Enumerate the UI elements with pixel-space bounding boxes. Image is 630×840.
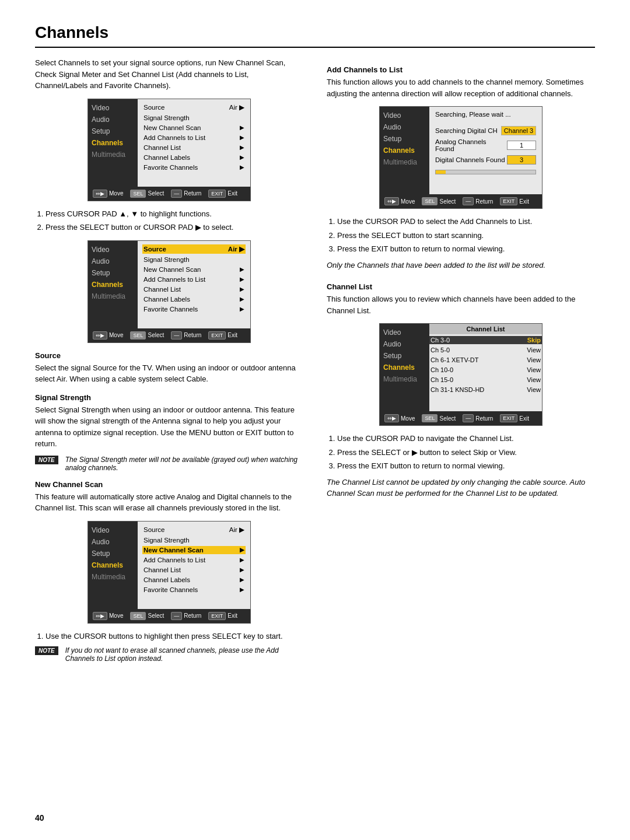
steps-intro-list: Press CURSOR PAD ▲, ▼ to highlight funct…	[46, 208, 303, 233]
add-channels-step-2: Press the SELECT button to start scannin…	[337, 230, 595, 242]
move-icon: ⇔▶	[93, 190, 107, 198]
channel-list-row: Channel List ▶	[142, 144, 246, 152]
add-channels-row-2: Add Channels to List ▶	[142, 275, 246, 284]
exit-icon-3: EXIT	[208, 612, 226, 620]
source-title: Source	[35, 351, 303, 360]
analog-found-value: 1	[507, 141, 536, 150]
menu-item-multimedia[interactable]: Multimedia	[92, 150, 134, 159]
menu-right-1: Source Air ▶ Signal Strength New Channel…	[138, 99, 250, 187]
new-channel-steps: Use the CURSOR buttons to highlight then…	[46, 631, 303, 642]
menu-item-channels-s[interactable]: Channels	[383, 146, 426, 155]
move-icon-cl: ⇔▶	[384, 414, 399, 422]
menu-item-setup-2[interactable]: Setup	[92, 269, 134, 277]
add-channels-italic: Only the Channels that have been added t…	[327, 260, 595, 271]
channel-labels-row-3: Channel Labels ▶	[142, 576, 246, 584]
return-icon-s: —	[463, 197, 474, 205]
menu-footer-2: ⇔▶ Move SEL Select — Return EXIT Exit	[88, 328, 250, 342]
searching-row: Searching, Please wait ...	[434, 110, 537, 118]
menu-item-channels-3[interactable]: Channels	[92, 561, 134, 569]
menu-item-multimedia-s[interactable]: Multimedia	[383, 158, 426, 166]
channel-row-2: Ch 6-1 XETV-DT View	[429, 356, 542, 364]
menu-item-video-3[interactable]: Video	[92, 526, 134, 534]
menu-item-audio-2[interactable]: Audio	[92, 257, 134, 265]
menu-box-3: Video Audio Setup Channels Multimedia So…	[88, 521, 251, 624]
channel-list-header: Channel List	[429, 324, 542, 334]
add-channels-title: Add Channels to List	[327, 65, 595, 74]
add-channels-text: This function allows you to add channels…	[327, 76, 595, 99]
page-number: 40	[35, 813, 44, 822]
menu-item-audio-cl[interactable]: Audio	[383, 340, 426, 348]
new-channel-scan-hl: New Channel Scan ▶	[142, 546, 246, 554]
channel-row-5: Ch 31-1 KNSD-HD View	[429, 386, 542, 394]
progress-fill	[436, 170, 446, 174]
move-icon-2: ⇔▶	[93, 331, 107, 340]
sel-icon-s: SEL	[422, 197, 438, 205]
menu-item-setup-3[interactable]: Setup	[92, 550, 134, 558]
favorite-channels-row: Favorite Channels ▶	[142, 163, 246, 172]
menu-item-channels[interactable]: Channels	[92, 139, 134, 147]
menu-item-multimedia-2[interactable]: Multimedia	[92, 292, 134, 300]
exit-icon-s: EXIT	[500, 197, 517, 205]
digital-ch-value: Channel 3	[501, 126, 536, 135]
menu-item-setup-s[interactable]: Setup	[383, 135, 426, 143]
menu-left-scan: Video Audio Setup Channels Multimedia	[380, 107, 429, 194]
menu-box-scan: Video Audio Setup Channels Multimedia Se…	[379, 106, 542, 209]
source-row-3: Source Air ▶	[142, 525, 246, 534]
menu-box-channel-list: Video Audio Setup Channels Multimedia Ch…	[379, 323, 542, 426]
menu-item-video-s[interactable]: Video	[383, 111, 426, 120]
menu-footer-3: ⇔▶ Move SEL Select — Return EXIT Exit	[88, 609, 250, 623]
return-icon-cl: —	[463, 414, 474, 422]
menu-item-channels-2[interactable]: Channels	[92, 281, 134, 289]
new-channel-note: NOTE If you do not want to erase all sca…	[35, 646, 303, 663]
signal-note-text: The Signal Strength meter will not be av…	[65, 456, 303, 472]
menu-item-audio-s[interactable]: Audio	[383, 123, 426, 131]
menu-item-audio-3[interactable]: Audio	[92, 538, 134, 546]
menu-left-2: Video Audio Setup Channels Multimedia	[88, 241, 138, 328]
page-title: Channels	[35, 23, 595, 48]
new-channel-step-1: Use the CURSOR buttons to highlight then…	[46, 631, 303, 642]
menu-item-multimedia-3[interactable]: Multimedia	[92, 573, 134, 581]
add-channels-row-3: Add Channels to List ▶	[142, 556, 246, 564]
digital-found-row: Digital Channels Found 3	[434, 155, 537, 165]
step-intro-2: Press the SELECT button or CURSOR PAD ▶ …	[46, 222, 303, 233]
menu-right-cl: Channel List Ch 3-0 Skip Ch 5-0 View Ch …	[429, 324, 542, 411]
cl-step-3: Press the EXIT button to return to norma…	[337, 460, 595, 472]
cl-step-2: Press the SELECT or ▶ button to select S…	[337, 447, 595, 459]
favorite-channels-row-3: Favorite Channels ▶	[142, 586, 246, 594]
exit-icon-2: EXIT	[208, 331, 226, 340]
channel-row-0: Ch 3-0 Skip	[429, 336, 542, 344]
analog-found-row: Analog Channels Found 1	[434, 138, 537, 153]
channel-list-row-2: Channel List ▶	[142, 285, 246, 293]
sel-icon-3: SEL	[130, 612, 146, 620]
channel-list-row-3: Channel List ▶	[142, 566, 246, 574]
step-intro-1: Press CURSOR PAD ▲, ▼ to highlight funct…	[46, 208, 303, 220]
add-channels-row: Add Channels to List ▶	[142, 134, 246, 142]
menu-box-2: Video Audio Setup Channels Multimedia So…	[88, 240, 251, 343]
new-channel-scan-text: This feature will automatically store ac…	[35, 491, 303, 514]
channel-list-steps: Use the CURSOR PAD to navigate the Chann…	[337, 433, 595, 472]
menu-right-3: Source Air ▶ Signal Strength New Channel…	[138, 522, 250, 609]
signal-strength-row-3: Signal Strength	[142, 536, 246, 544]
menu-item-video[interactable]: Video	[92, 104, 134, 112]
new-channel-scan-row: New Channel Scan ▶	[142, 124, 246, 132]
menu-item-setup-cl[interactable]: Setup	[383, 352, 426, 360]
channel-row-1: Ch 5-0 View	[429, 346, 542, 354]
menu-item-video-2[interactable]: Video	[92, 246, 134, 254]
channel-list-italic: The Channel List cannot be updated by on…	[327, 477, 595, 499]
new-channel-note-text: If you do not want to erase all scanned …	[65, 646, 303, 663]
note-badge-1: NOTE	[35, 456, 58, 464]
return-icon: —	[171, 190, 182, 198]
exit-icon-1: EXIT	[208, 190, 226, 198]
menu-item-multimedia-cl[interactable]: Multimedia	[383, 375, 426, 383]
return-icon-3: —	[171, 612, 182, 620]
signal-note: NOTE The Signal Strength meter will not …	[35, 456, 303, 472]
menu-item-audio[interactable]: Audio	[92, 116, 134, 124]
menu-item-video-cl[interactable]: Video	[383, 328, 426, 337]
menu-right-2: Source Air ▶ Signal Strength New Channel…	[138, 241, 250, 328]
menu-left-3: Video Audio Setup Channels Multimedia	[88, 522, 138, 609]
menu-item-channels-cl[interactable]: Channels	[383, 363, 426, 372]
source-row: Source Air ▶	[142, 103, 246, 112]
channel-labels-row-2: Channel Labels ▶	[142, 295, 246, 303]
source-text: Select the signal Source for the TV. Whe…	[35, 362, 303, 385]
menu-item-setup[interactable]: Setup	[92, 127, 134, 135]
